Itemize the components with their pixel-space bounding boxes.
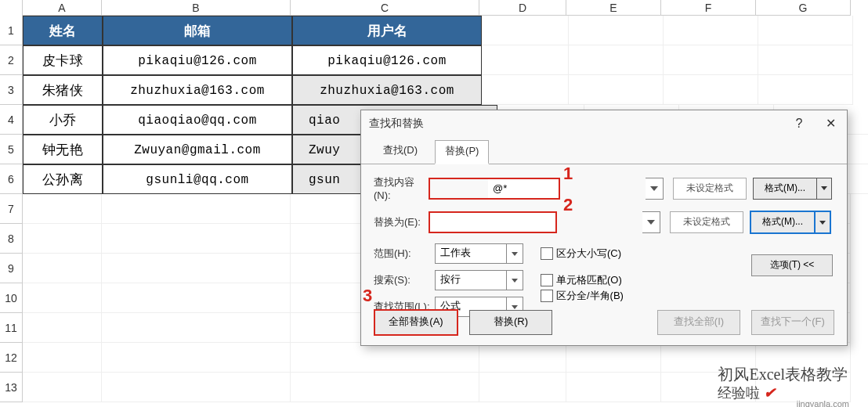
cell-blank[interactable]	[23, 254, 102, 283]
tab-replace[interactable]: 替换(P)	[435, 140, 489, 164]
cell-blank[interactable]	[23, 343, 102, 373]
row-header-6[interactable]: 6	[0, 164, 23, 194]
cell-blank[interactable]	[664, 75, 758, 105]
table-header-username[interactable]: 用户名	[292, 16, 482, 45]
replace-button[interactable]: 替换(R)	[469, 310, 552, 335]
cell-blank[interactable]	[479, 373, 566, 402]
cell-blank[interactable]	[758, 16, 853, 45]
scope-label: 范围(H):	[374, 247, 435, 261]
row-header-10[interactable]: 10	[0, 283, 23, 313]
row-header-3[interactable]: 3	[0, 75, 23, 105]
cell-blank[interactable]	[291, 343, 479, 373]
replace-format-status: 未设定格式	[670, 211, 743, 233]
dialog-titlebar[interactable]: 查找和替换 ? ✕	[361, 110, 847, 137]
table-header-email[interactable]: 邮箱	[103, 16, 292, 45]
row-header-2[interactable]: 2	[0, 45, 23, 75]
cell[interactable]: qiaoqiao@qq.com	[103, 105, 292, 135]
row-header-13[interactable]: 13	[0, 373, 23, 402]
replace-format-button[interactable]: 格式(M)...	[750, 211, 816, 234]
cell-blank[interactable]	[291, 373, 479, 402]
cell[interactable]: zhuzhuxia@163.com	[292, 75, 482, 105]
checkbox-half-full[interactable]	[541, 290, 553, 302]
row-header-1[interactable]: 1	[0, 16, 23, 45]
cell[interactable]: pikaqiu@126.com	[103, 45, 292, 75]
check-label-case: 区分大小写(C)	[556, 247, 621, 261]
cell[interactable]: gsunli@qq.com	[103, 164, 292, 194]
replace-all-button[interactable]: 全部替换(A)	[374, 309, 458, 336]
row-header-7[interactable]: 7	[0, 194, 23, 224]
cell-blank[interactable]	[23, 194, 102, 224]
cell-blank[interactable]	[102, 224, 291, 254]
cell-blank[interactable]	[569, 75, 664, 105]
cell-blank[interactable]	[482, 45, 569, 75]
watermark-site: jingyanla.com	[797, 399, 849, 407]
scope-select[interactable]: 工作表	[435, 243, 507, 264]
check-label-cell: 单元格匹配(O)	[556, 273, 622, 287]
row-header-11[interactable]: 11	[0, 313, 23, 343]
cell-blank[interactable]	[102, 254, 291, 283]
cell[interactable]: Zwuyan@gmail.com	[103, 135, 292, 164]
replace-format-dropdown[interactable]	[816, 211, 831, 234]
find-history-dropdown[interactable]	[646, 178, 664, 200]
col-header-E[interactable]: E	[566, 0, 661, 16]
cell-blank[interactable]	[566, 343, 661, 373]
cell-blank[interactable]	[664, 45, 758, 75]
cell-blank[interactable]	[758, 75, 853, 105]
search-dropdown[interactable]	[506, 270, 523, 290]
cell[interactable]: 钟无艳	[23, 135, 103, 164]
cell-blank[interactable]	[569, 16, 664, 45]
cell-blank[interactable]	[566, 373, 661, 402]
checkbox-match-cell[interactable]	[541, 274, 553, 286]
row-header-4[interactable]: 4	[0, 105, 23, 135]
cell-blank[interactable]	[102, 343, 291, 373]
cell[interactable]: zhuzhuxia@163.com	[103, 75, 292, 105]
cell-blank[interactable]	[482, 75, 569, 105]
cell-blank[interactable]	[102, 283, 291, 313]
select-all-cell[interactable]	[0, 0, 23, 16]
search-select[interactable]: 按行	[435, 270, 507, 290]
replace-history-dropdown[interactable]	[642, 211, 660, 233]
replace-input[interactable]	[429, 211, 557, 233]
cell-blank[interactable]	[664, 16, 758, 45]
close-icon[interactable]: ✕	[822, 115, 839, 132]
col-header-A[interactable]: A	[23, 0, 102, 16]
cell-blank[interactable]	[758, 45, 853, 75]
cell[interactable]: 小乔	[23, 105, 103, 135]
col-header-C[interactable]: C	[291, 0, 479, 16]
col-header-G[interactable]: G	[756, 0, 851, 16]
tab-find[interactable]: 查找(D)	[374, 140, 427, 164]
cell[interactable]: 朱猪侠	[23, 75, 103, 105]
table-header-name[interactable]: 姓名	[23, 16, 103, 45]
row-header-9[interactable]: 9	[0, 254, 23, 283]
col-header-F[interactable]: F	[661, 0, 756, 16]
cell-blank[interactable]	[482, 16, 569, 45]
cell[interactable]: 皮卡球	[23, 45, 103, 75]
cell[interactable]: pikaqiu@126.com	[292, 45, 482, 75]
row-header-8[interactable]: 8	[0, 224, 23, 254]
find-input[interactable]	[488, 179, 559, 198]
checkbox-match-case[interactable]	[541, 247, 553, 260]
cell-blank[interactable]	[102, 373, 291, 402]
find-all-button[interactable]: 查找全部(I)	[657, 310, 740, 335]
col-header-D[interactable]: D	[479, 0, 566, 16]
cell[interactable]: 公孙离	[23, 164, 103, 194]
column-headers: A B C D E F G	[0, 0, 851, 16]
cell-blank[interactable]	[102, 313, 291, 343]
find-format-dropdown[interactable]	[817, 178, 832, 200]
options-button[interactable]: 选项(T) <<	[751, 254, 833, 276]
cell-blank[interactable]	[479, 343, 566, 373]
cell-blank[interactable]	[23, 313, 102, 343]
annotation-3: 3	[363, 286, 372, 306]
cell-blank[interactable]	[23, 373, 102, 402]
find-next-button[interactable]: 查找下一个(F)	[751, 310, 834, 335]
cell-blank[interactable]	[23, 224, 102, 254]
help-icon[interactable]: ?	[790, 115, 808, 132]
cell-blank[interactable]	[23, 283, 102, 313]
cell-blank[interactable]	[102, 194, 291, 224]
row-header-5[interactable]: 5	[0, 135, 23, 164]
row-header-12[interactable]: 12	[0, 343, 23, 373]
col-header-B[interactable]: B	[102, 0, 291, 16]
scope-dropdown[interactable]	[506, 243, 523, 264]
cell-blank[interactable]	[569, 45, 664, 75]
find-format-button[interactable]: 格式(M)...	[753, 178, 817, 200]
